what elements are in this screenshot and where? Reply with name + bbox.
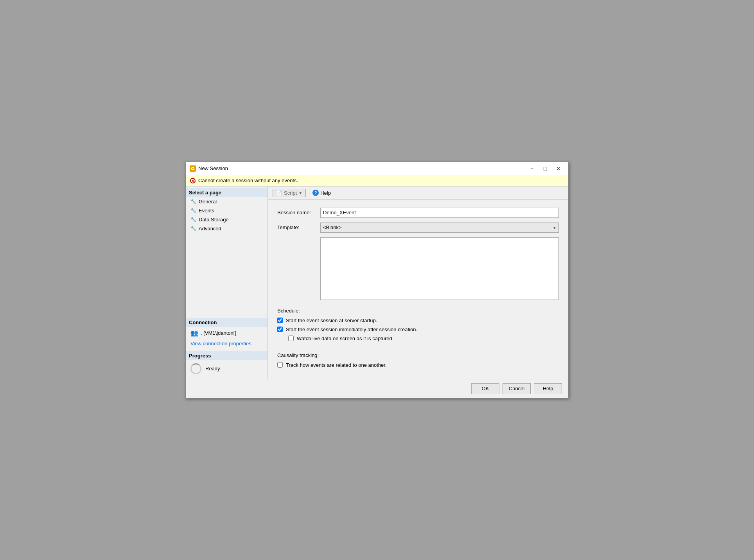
- connection-item: 👥 . [VM1\jdantoni]: [186, 327, 267, 339]
- checkbox-startup-label: Start the event session at server startu…: [286, 318, 377, 323]
- checkbox-startup-row: Start the event session at server startu…: [277, 318, 559, 323]
- error-icon: ✕: [190, 178, 196, 184]
- help-footer-button[interactable]: Help: [534, 383, 562, 394]
- session-name-input[interactable]: [320, 208, 559, 218]
- checkbox-startup[interactable]: [277, 318, 283, 323]
- checkbox-immediate-label: Start the event session immediately afte…: [286, 327, 417, 332]
- connection-server: . [VM1\jdantoni]: [201, 330, 236, 336]
- script-icon: 📄: [276, 190, 282, 196]
- select-page-section: Select a page 🔧 General 🔧 Events 🔧 Data …: [186, 187, 267, 235]
- wrench-icon-datastorage: 🔧: [190, 217, 196, 222]
- title-bar-left: New Session: [190, 165, 228, 172]
- script-button[interactable]: 📄 Script ▼: [273, 189, 306, 197]
- svg-point-2: [192, 168, 194, 169]
- progress-item: Ready: [186, 360, 267, 377]
- checkbox-track-row: Track how events are related to one anot…: [277, 362, 559, 368]
- checkbox-immediate-row: Start the event session immediately afte…: [277, 327, 559, 332]
- checkbox-immediate[interactable]: [277, 327, 283, 332]
- connection-icon: 👥: [190, 329, 198, 337]
- session-name-label: Session name:: [277, 210, 320, 215]
- select-page-header: Select a page: [186, 188, 267, 197]
- sidebar-label-events: Events: [199, 208, 214, 214]
- help-button[interactable]: ? Help: [312, 190, 331, 196]
- sidebar-item-events[interactable]: 🔧 Events: [186, 206, 267, 215]
- sidebar-label-datastorage: Data Storage: [199, 217, 229, 223]
- schedule-label: Schedule:: [277, 308, 559, 314]
- script-dropdown-arrow: ▼: [298, 191, 302, 195]
- session-name-row: Session name:: [277, 208, 559, 218]
- sidebar: Select a page 🔧 General 🔧 Events 🔧 Data …: [186, 187, 268, 379]
- progress-status: Ready: [205, 366, 220, 372]
- maximize-button[interactable]: □: [539, 165, 551, 172]
- sidebar-item-general[interactable]: 🔧 General: [186, 197, 267, 206]
- checkbox-track-label: Track how events are related to one anot…: [286, 362, 387, 368]
- help-label: Help: [320, 190, 331, 196]
- wrench-icon-general: 🔧: [190, 199, 196, 204]
- title-bar-controls: − □ ✕: [526, 165, 564, 172]
- title-bar: New Session − □ ✕: [186, 162, 568, 175]
- wrench-icon-events: 🔧: [190, 208, 196, 213]
- close-button[interactable]: ✕: [553, 165, 564, 172]
- template-label: Template:: [277, 224, 320, 230]
- template-textarea[interactable]: [320, 237, 559, 300]
- template-textarea-row: [277, 237, 559, 300]
- error-message: Cannot create a session without any even…: [198, 178, 298, 183]
- checkbox-watch-label: Watch live data on screen as it is captu…: [297, 336, 393, 341]
- view-connection-link[interactable]: View connection properties: [186, 339, 267, 348]
- cancel-button[interactable]: Cancel: [503, 383, 531, 394]
- causality-label: Causality tracking:: [277, 352, 559, 358]
- sidebar-spacer: [186, 235, 267, 316]
- template-row: Template: <Blank> ▼: [277, 223, 559, 233]
- main-area: Select a page 🔧 General 🔧 Events 🔧 Data …: [186, 187, 568, 379]
- content-area: 📄 Script ▼ ? Help Session name:: [268, 187, 568, 379]
- toolbar: 📄 Script ▼ ? Help: [268, 187, 568, 200]
- window-title: New Session: [198, 165, 228, 171]
- wrench-icon-advanced: 🔧: [190, 226, 196, 231]
- checkbox-track[interactable]: [277, 362, 283, 368]
- progress-section: Progress Ready: [186, 350, 267, 379]
- template-select-wrapper: <Blank> ▼: [320, 223, 559, 233]
- sidebar-item-data-storage[interactable]: 🔧 Data Storage: [186, 215, 267, 224]
- error-bar: ✕ Cannot create a session without any ev…: [186, 175, 568, 187]
- app-icon: [190, 165, 196, 172]
- connection-section: Connection 👥 . [VM1\jdantoni] View conne…: [186, 316, 267, 350]
- new-session-dialog: New Session − □ ✕ ✕ Cannot create a sess…: [185, 162, 569, 398]
- checkbox-watch-row: Watch live data on screen as it is captu…: [288, 336, 559, 341]
- help-icon: ?: [312, 190, 319, 196]
- footer-bar: OK Cancel Help: [186, 379, 568, 398]
- ok-button[interactable]: OK: [471, 383, 499, 394]
- progress-header: Progress: [186, 351, 267, 360]
- connection-header: Connection: [186, 318, 267, 327]
- checkbox-watch[interactable]: [288, 336, 294, 341]
- minimize-button[interactable]: −: [526, 165, 538, 172]
- sidebar-label-advanced: Advanced: [199, 226, 221, 232]
- progress-spinner: [190, 363, 201, 374]
- template-select[interactable]: <Blank>: [320, 223, 559, 233]
- sidebar-item-advanced[interactable]: 🔧 Advanced: [186, 224, 267, 233]
- toolbar-divider: [309, 189, 309, 197]
- svg-text:✕: ✕: [191, 179, 194, 183]
- sidebar-label-general: General: [199, 199, 217, 205]
- script-label: Script: [284, 190, 297, 196]
- form-area: Session name: Template: <Blank> ▼: [268, 200, 568, 379]
